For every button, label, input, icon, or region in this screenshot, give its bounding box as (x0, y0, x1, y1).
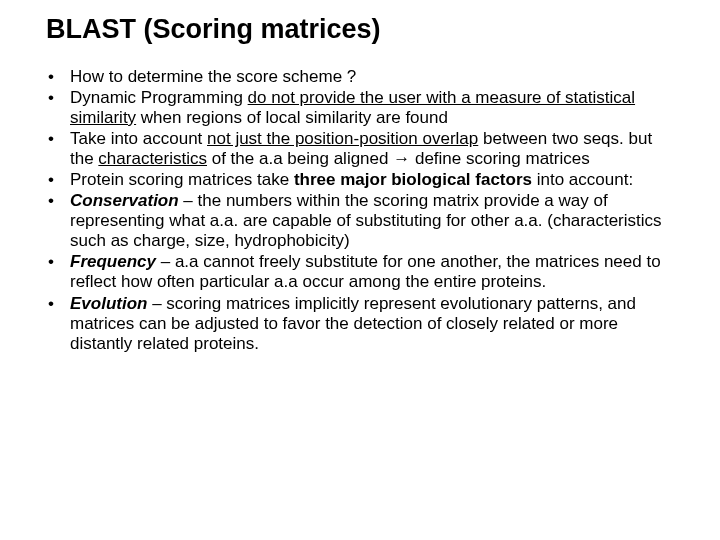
bullet-text: – scoring matrices implicitly represent … (70, 294, 636, 353)
bullet-text: into account: (532, 170, 633, 189)
bullet-term: Conservation (70, 191, 179, 210)
bullet-text: How to determine the score scheme ? (70, 67, 356, 86)
bullet-item: Take into account not just the position-… (40, 129, 672, 169)
bullet-item: Protein scoring matrices take three majo… (40, 170, 672, 190)
bullet-text: Take into account (70, 129, 207, 148)
bullet-item: Evolution – scoring matrices implicitly … (40, 294, 672, 354)
bullet-text: define scoring matrices (410, 149, 590, 168)
slide: BLAST (Scoring matrices) How to determin… (0, 0, 720, 354)
bullet-list: How to determine the score scheme ? Dyna… (40, 67, 680, 354)
bullet-text: Dynamic Programming (70, 88, 248, 107)
bullet-text: when regions of local similarity are fou… (136, 108, 448, 127)
bullet-item: Conservation – the numbers within the sc… (40, 191, 672, 251)
bullet-text-underline: characteristics (98, 149, 207, 168)
slide-title: BLAST (Scoring matrices) (46, 14, 680, 45)
arrow-icon: → (393, 149, 410, 168)
bullet-text-bold: three major biological factors (294, 170, 532, 189)
bullet-text: Protein scoring matrices take (70, 170, 294, 189)
bullet-text: – a.a cannot freely substitute for one a… (70, 252, 661, 291)
bullet-text: of the a.a being aligned (207, 149, 393, 168)
bullet-term: Evolution (70, 294, 147, 313)
bullet-item: How to determine the score scheme ? (40, 67, 672, 87)
bullet-text-underline: not just the position-position overlap (207, 129, 478, 148)
bullet-item: Frequency – a.a cannot freely substitute… (40, 252, 672, 292)
bullet-term: Frequency (70, 252, 156, 271)
bullet-item: Dynamic Programming do not provide the u… (40, 88, 672, 128)
